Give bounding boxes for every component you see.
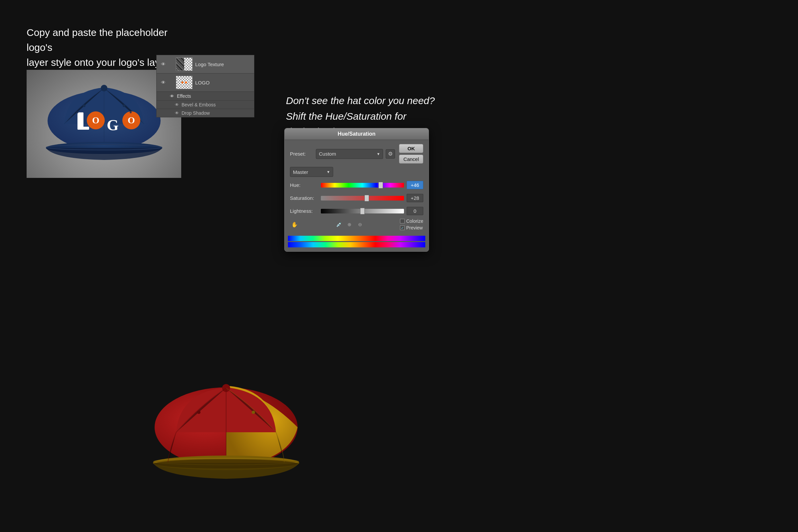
svg-rect-7	[77, 127, 89, 130]
eye-icon-effects[interactable]: 👁	[170, 94, 174, 99]
colorize-checkbox-row[interactable]: Colorize	[400, 218, 423, 224]
svg-point-14	[130, 111, 132, 113]
svg-rect-6	[77, 112, 83, 129]
hue-value-box[interactable]: +46	[407, 181, 423, 189]
saturation-slider-row: Saturation: +28	[290, 194, 423, 202]
master-chevron-icon: ▼	[326, 170, 330, 174]
hue-slider-row: Hue: +46	[290, 181, 423, 189]
hue-saturation-dialog: Hue/Saturation Preset: Custom ▼ ⚙ OK Can…	[284, 128, 429, 252]
colorize-checkbox[interactable]	[400, 219, 405, 224]
lightness-slider-thumb[interactable]	[360, 208, 365, 214]
svg-point-3	[83, 104, 86, 107]
preset-chevron-icon: ▼	[376, 152, 380, 156]
hue-label: Hue:	[290, 182, 318, 188]
spectrum-bar-top	[288, 236, 425, 241]
lightness-label: Lightness:	[290, 208, 318, 214]
eyedropper-tool[interactable]: ✋	[290, 220, 299, 229]
lightness-value-box[interactable]: 0	[407, 207, 423, 215]
layer-eye-icon-2[interactable]: 👁	[160, 80, 167, 85]
svg-point-21	[197, 411, 201, 414]
cancel-button[interactable]: Cancel	[399, 155, 423, 164]
eye-icon-bevel[interactable]: 👁	[175, 102, 179, 107]
bevel-label: Bevel & Emboss	[182, 102, 216, 108]
colorize-label: Colorize	[406, 218, 423, 224]
master-dropdown[interactable]: Master ▼	[290, 167, 333, 177]
effects-section: 👁 Effects 👁 Bevel & Emboss 👁 Drop Shadow	[157, 92, 254, 117]
spectrum-bar-bottom	[288, 242, 425, 247]
svg-text:O: O	[92, 115, 99, 125]
layer-row-logo[interactable]: 👁 LOGO	[157, 74, 254, 92]
blue-hat-svg: O G O	[38, 77, 171, 171]
layer-thumb-checker	[176, 76, 192, 89]
layer-row-texture[interactable]: 👁 Logo Texture	[157, 55, 254, 74]
saturation-label: Saturation:	[290, 195, 318, 201]
red-yellow-hat-svg	[143, 373, 309, 512]
effects-label: Effects	[177, 93, 191, 99]
saturation-slider-track[interactable]	[321, 196, 404, 201]
lightness-slider-row: Lightness: 0	[290, 207, 423, 215]
svg-point-22	[252, 411, 255, 414]
ok-button[interactable]: OK	[399, 144, 423, 153]
eye-icon-shadow[interactable]: 👁	[175, 111, 179, 115]
svg-text:O: O	[128, 115, 135, 125]
preview-checkbox-row[interactable]: ✓ Preview	[400, 225, 423, 230]
effects-header[interactable]: 👁 Effects	[157, 92, 254, 101]
preset-row: Preset: Custom ▼ ⚙ OK Cancel	[290, 144, 423, 164]
effect-item-shadow[interactable]: 👁 Drop Shadow	[157, 109, 254, 117]
svg-point-20	[155, 459, 298, 469]
dialog-titlebar: Hue/Saturation	[285, 128, 429, 140]
preset-dropdown[interactable]: Custom ▼	[316, 149, 383, 159]
hue-slider-track[interactable]	[321, 183, 404, 188]
hue-slider-thumb[interactable]	[378, 182, 383, 189]
svg-text:G: G	[107, 116, 119, 133]
effect-item-bevel[interactable]: 👁 Bevel & Emboss	[157, 101, 254, 109]
master-row: Master ▼	[290, 167, 423, 177]
spectrum-bars	[285, 236, 429, 251]
saturation-slider-thumb[interactable]	[364, 195, 369, 202]
layer-name-logo: LOGO	[195, 80, 251, 86]
eyedropper-sample-icon[interactable]: 💉	[335, 221, 342, 228]
eyedropper-add-icon[interactable]: ⊕	[346, 221, 353, 228]
preview-checkbox[interactable]: ✓	[400, 225, 405, 230]
red-yellow-hat-container	[143, 373, 329, 522]
layer-thumb-texture	[176, 58, 192, 71]
svg-point-13	[76, 111, 78, 113]
svg-point-4	[123, 104, 125, 107]
layer-eye-icon[interactable]: 👁	[160, 61, 167, 67]
saturation-value-box[interactable]: +28	[407, 194, 423, 202]
preset-label: Preset:	[290, 151, 313, 157]
preset-gear-button[interactable]: ⚙	[386, 149, 395, 158]
layers-panel: 👁 Logo Texture 👁 LOGO 👁 Effects 👁 Bevel …	[156, 55, 254, 117]
preview-label: Preview	[406, 225, 423, 230]
layer-name-texture: Logo Texture	[195, 61, 251, 67]
shadow-label: Drop Shadow	[182, 110, 210, 116]
lightness-slider-track[interactable]	[321, 209, 404, 213]
dialog-title: Hue/Saturation	[338, 131, 376, 137]
eyedropper-minus-icon[interactable]: ⊖	[357, 221, 364, 228]
